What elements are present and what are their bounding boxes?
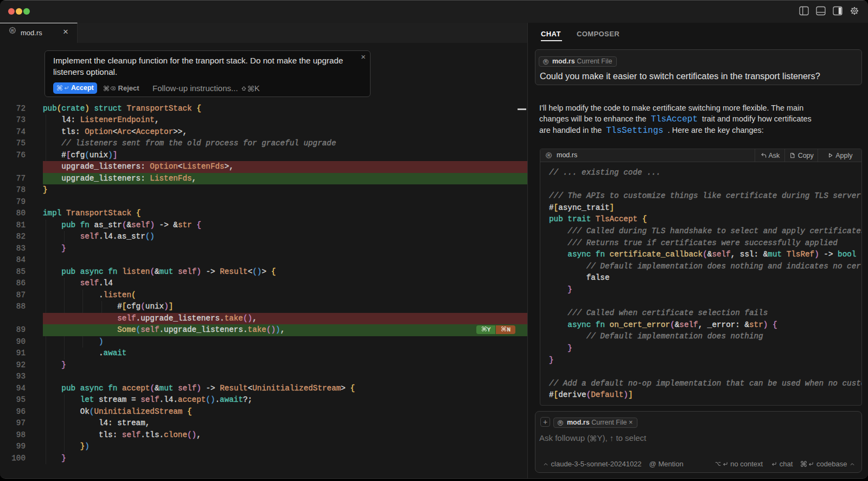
- svg-text:R: R: [11, 28, 14, 33]
- svg-text:R: R: [545, 60, 547, 63]
- svg-text:R: R: [559, 421, 562, 425]
- svg-text:R: R: [547, 153, 550, 157]
